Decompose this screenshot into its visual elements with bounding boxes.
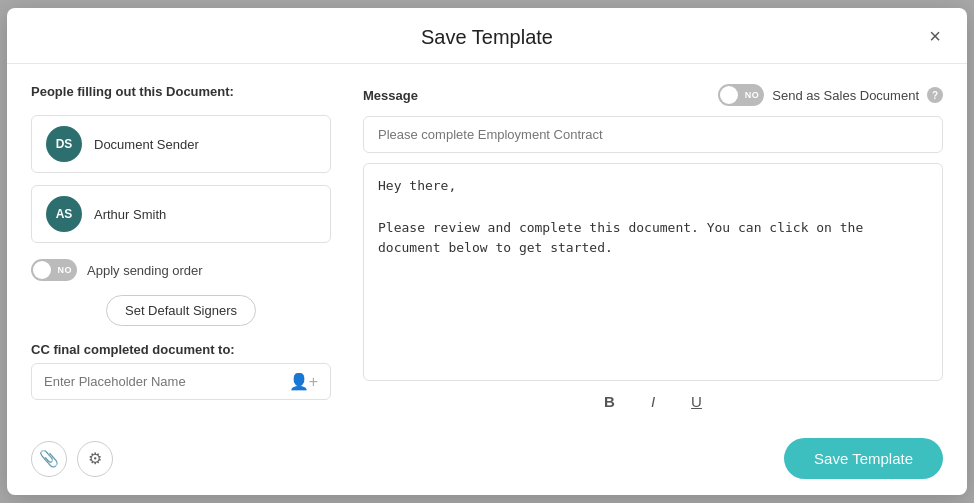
modal-body: People filling out this Document: DS Doc… xyxy=(7,64,967,428)
message-body-textarea[interactable]: Hey there, Please review and complete th… xyxy=(363,163,943,381)
subject-input[interactable] xyxy=(363,116,943,153)
underline-button[interactable]: U xyxy=(685,391,708,412)
cc-input-wrap: 👤+ xyxy=(31,363,331,400)
modal-title: Save Template xyxy=(421,26,553,49)
sending-order-row: NO Apply sending order xyxy=(31,259,331,281)
text-toolbar: B I U xyxy=(363,391,943,412)
signer-name-ds: Document Sender xyxy=(94,137,199,152)
message-label: Message xyxy=(363,88,418,103)
default-signers-button[interactable]: Set Default Signers xyxy=(106,295,256,326)
footer-left: 📎 ⚙ xyxy=(31,441,113,477)
right-panel: Message NO Send as Sales Document ? Hey … xyxy=(363,84,943,412)
signer-name-as: Arthur Smith xyxy=(94,207,166,222)
close-button[interactable]: × xyxy=(923,22,947,50)
sales-toggle-knob xyxy=(720,86,738,104)
italic-button[interactable]: I xyxy=(645,391,661,412)
toggle-knob xyxy=(33,261,51,279)
modal-overlay: Save Template × People filling out this … xyxy=(0,0,974,503)
sales-doc-label: Send as Sales Document xyxy=(772,88,919,103)
people-section-label: People filling out this Document: xyxy=(31,84,331,99)
cc-input[interactable] xyxy=(44,374,289,389)
save-template-button[interactable]: Save Template xyxy=(784,438,943,479)
sending-order-toggle[interactable]: NO xyxy=(31,259,77,281)
modal-header: Save Template × xyxy=(7,8,967,64)
help-icon[interactable]: ? xyxy=(927,87,943,103)
sending-order-label: Apply sending order xyxy=(87,263,203,278)
attachment-icon: 📎 xyxy=(39,449,59,468)
cc-section-label: CC final completed document to: xyxy=(31,342,331,357)
modal: Save Template × People filling out this … xyxy=(7,8,967,495)
cc-section: CC final completed document to: 👤+ xyxy=(31,342,331,400)
attachment-button[interactable]: 📎 xyxy=(31,441,67,477)
sales-doc-toggle[interactable]: NO xyxy=(718,84,764,106)
signer-card-ds: DS Document Sender xyxy=(31,115,331,173)
modal-footer: 📎 ⚙ Save Template xyxy=(7,428,967,495)
signer-card-as: AS Arthur Smith xyxy=(31,185,331,243)
add-person-icon[interactable]: 👤+ xyxy=(289,372,318,391)
bold-button[interactable]: B xyxy=(598,391,621,412)
avatar-ds: DS xyxy=(46,126,82,162)
left-panel: People filling out this Document: DS Doc… xyxy=(31,84,331,412)
toggle-no-label: NO xyxy=(58,265,73,275)
sales-toggle-no-label: NO xyxy=(745,90,760,100)
settings-button[interactable]: ⚙ xyxy=(77,441,113,477)
sales-doc-row: NO Send as Sales Document ? xyxy=(718,84,943,106)
message-header-row: Message NO Send as Sales Document ? xyxy=(363,84,943,106)
settings-icon: ⚙ xyxy=(88,449,102,468)
avatar-as: AS xyxy=(46,196,82,232)
